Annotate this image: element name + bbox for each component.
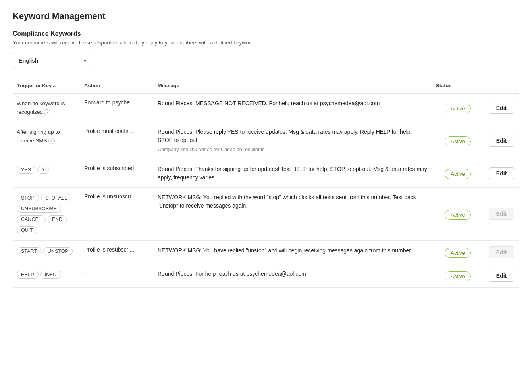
message-text: Round Pieces: Please reply YES to receiv…	[158, 129, 412, 143]
keyword-tag: UNSTOP	[43, 247, 73, 255]
page-title: Keyword Management	[13, 11, 519, 21]
table-row: STOPSTOPALLUNSUBSCRIBECANCELENDQUITProfi…	[13, 187, 519, 240]
section-desc: Your customers will receive these respon…	[13, 40, 519, 46]
trigger-cell: After signing up to receive SMS?	[13, 122, 80, 159]
keyword-tag: STOPALL	[41, 194, 71, 202]
action-cell: -	[80, 264, 154, 287]
keywords-table: Trigger or Key... Action Message Status …	[13, 79, 519, 288]
tags-wrapper: HELPINFO	[17, 270, 76, 279]
edit-button[interactable]: Edit	[489, 167, 514, 179]
edit-cell: Edit	[484, 240, 519, 264]
message-text: Round Pieces: For help reach us at psych…	[158, 271, 306, 277]
action-cell: Profile is resubscri...	[80, 240, 154, 264]
col-trigger: Trigger or Key...	[13, 79, 80, 94]
edit-cell: Edit	[484, 94, 519, 122]
keyword-tag: END	[48, 215, 67, 223]
col-message: Message	[154, 79, 432, 94]
status-badge: Active	[445, 210, 470, 220]
table-row: YESYProfile is subscribedRound Pieces: T…	[13, 159, 519, 187]
status-cell: Active	[432, 159, 484, 187]
message-text: Round Pieces: Thanks for signing up for …	[158, 166, 427, 181]
col-edit	[484, 79, 519, 94]
keyword-tag: UNSUBSCRIBE	[17, 205, 61, 213]
edit-button[interactable]: Edit	[489, 135, 514, 147]
message-cell: Round Pieces: Thanks for signing up for …	[154, 159, 432, 187]
edit-button: Edit	[489, 208, 514, 220]
language-select-wrapper: English French Spanish ▾	[13, 53, 92, 68]
edit-button: Edit	[489, 246, 514, 258]
status-cell: Active	[432, 240, 484, 264]
message-cell: Round Pieces: Please reply YES to receiv…	[154, 122, 432, 159]
edit-cell: Edit	[484, 159, 519, 187]
keyword-tag: START	[17, 247, 41, 255]
tags-wrapper: STARTUNSTOP	[17, 246, 76, 256]
edit-cell: Edit	[484, 122, 519, 159]
action-cell: Forward to psyche...	[80, 94, 154, 122]
status-badge: Active	[445, 169, 470, 179]
col-action: Action	[80, 79, 154, 94]
tags-wrapper: YESY	[17, 165, 76, 175]
message-text: NETWORK MSG: You have replied "unstop" a…	[158, 247, 412, 254]
language-select[interactable]: English French Spanish	[13, 53, 92, 68]
action-cell: Profile is unsubscri...	[80, 187, 154, 240]
trigger-cell: STOPSTOPALLUNSUBSCRIBECANCELENDQUIT	[13, 187, 80, 240]
edit-cell: Edit	[484, 187, 519, 240]
trigger-label: When no keyword is recognized	[17, 100, 65, 115]
trigger-cell: STARTUNSTOP	[13, 240, 80, 264]
trigger-cell: HELPINFO	[13, 264, 80, 287]
table-row: HELPINFO-Round Pieces: For help reach us…	[13, 264, 519, 287]
trigger-cell: When no keyword is recognized?	[13, 94, 80, 122]
keyword-tag: STOP	[17, 194, 39, 202]
help-icon[interactable]: ?	[44, 109, 50, 115]
message-sub: Company info link added for Canadian rec…	[158, 146, 428, 154]
section-title: Compliance Keywords	[13, 30, 519, 37]
edit-button[interactable]: Edit	[489, 270, 514, 282]
status-cell: Active	[432, 187, 484, 240]
action-cell: Profile is subscribed	[80, 159, 154, 187]
message-text: NETWORK MSG: You replied with the word "…	[158, 194, 416, 209]
tags-wrapper: STOPSTOPALLUNSUBSCRIBECANCELENDQUIT	[17, 193, 76, 235]
keyword-tag: CANCEL	[17, 215, 46, 223]
status-cell: Active	[432, 264, 484, 287]
action-cell: Profile must confir...	[80, 122, 154, 159]
col-status: Status	[432, 79, 484, 94]
message-cell: Round Pieces: For help reach us at psych…	[154, 264, 432, 287]
keyword-tag: Y	[37, 166, 49, 174]
table-row: STARTUNSTOPProfile is resubscri...NETWOR…	[13, 240, 519, 264]
status-cell: Active	[432, 94, 484, 122]
edit-button[interactable]: Edit	[489, 102, 514, 114]
message-cell: NETWORK MSG: You replied with the word "…	[154, 187, 432, 240]
trigger-cell: YESY	[13, 159, 80, 187]
status-badge: Active	[445, 271, 470, 281]
message-cell: Round Pieces: MESSAGE NOT RECEIVED. For …	[154, 94, 432, 122]
status-cell: Active	[432, 122, 484, 159]
keyword-tag: QUIT	[17, 226, 37, 234]
help-icon[interactable]: ?	[48, 138, 55, 144]
message-cell: NETWORK MSG: You have replied "unstop" a…	[154, 240, 432, 264]
table-row: After signing up to receive SMS?Profile …	[13, 122, 519, 159]
status-badge: Active	[445, 104, 470, 113]
keyword-tag: HELP	[17, 271, 39, 279]
table-row: When no keyword is recognized?Forward to…	[13, 94, 519, 122]
keyword-tag: INFO	[40, 271, 61, 279]
message-text: Round Pieces: MESSAGE NOT RECEIVED. For …	[158, 100, 380, 106]
keyword-tag: YES	[17, 166, 35, 174]
status-badge: Active	[445, 248, 470, 258]
status-badge: Active	[445, 136, 470, 146]
edit-cell: Edit	[484, 264, 519, 287]
